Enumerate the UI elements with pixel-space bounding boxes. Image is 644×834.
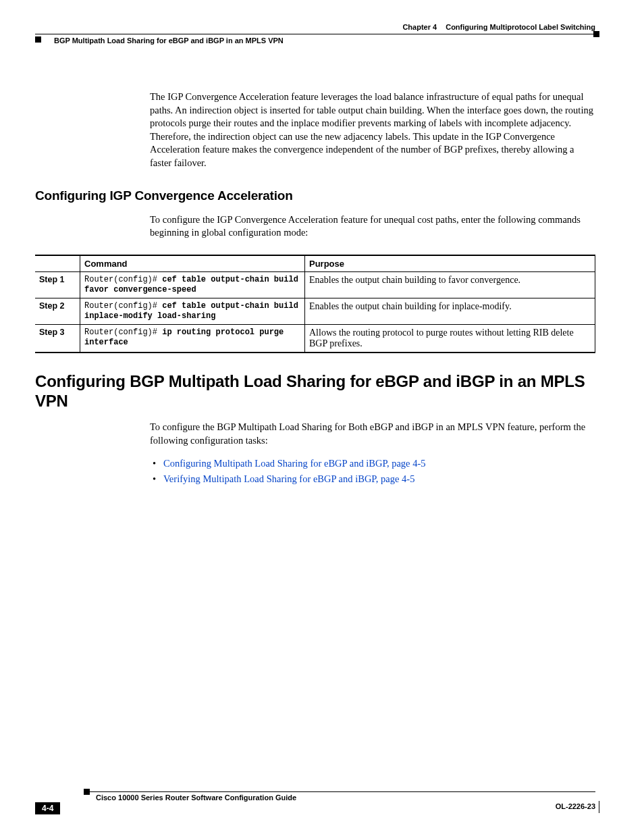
section1-lead: To configure the IGP Convergence Acceler…	[150, 213, 595, 240]
table-row: Step 1 Router(config)# cef table output-…	[35, 272, 595, 298]
footer-book-title: Cisco 10000 Series Router Software Confi…	[96, 793, 595, 802]
page: Chapter 4 Configuring Multiprotocol Labe…	[0, 0, 644, 834]
footer-rule-square	[84, 789, 90, 795]
table-row: Step 3 Router(config)# ip routing protoc…	[35, 325, 595, 353]
header-left-square	[35, 36, 41, 43]
table-row: Step 2 Router(config)# cef table output-…	[35, 298, 595, 325]
xref-link[interactable]: Configuring Multipath Load Sharing for e…	[163, 458, 426, 469]
running-header: Chapter 4 Configuring Multiprotocol Labe…	[35, 23, 595, 50]
header-rule-square	[593, 31, 599, 37]
prompt: Router(config)#	[84, 328, 162, 337]
table-header-purpose: Purpose	[305, 255, 595, 272]
command-cell: Router(config)# cef table output-chain b…	[80, 272, 305, 298]
header-rule	[35, 34, 595, 34]
heading-configuring-igp: Configuring IGP Convergence Acceleration	[35, 188, 595, 203]
section2-lead: To configure the BGP Multipath Load Shar…	[150, 421, 595, 447]
chapter-title: Configuring Multiprotocol Label Switchin…	[446, 23, 595, 31]
header-section-title: BGP Multipath Load Sharing for eBGP and …	[54, 36, 284, 45]
chapter-label: Chapter 4	[402, 23, 437, 31]
step-label: Step 2	[35, 298, 80, 325]
command-cell: Router(config)# ip routing protocol purg…	[80, 325, 305, 353]
table-header-row: Command Purpose	[35, 255, 595, 272]
command-cell: Router(config)# cef table output-chain b…	[80, 298, 305, 325]
list-item: Verifying Multipath Load Sharing for eBG…	[150, 473, 595, 486]
xref-link[interactable]: Verifying Multipath Load Sharing for eBG…	[163, 473, 414, 484]
purpose-cell: Allows the routing protocol to purge rou…	[305, 325, 595, 353]
bullet-list: Configuring Multipath Load Sharing for e…	[150, 457, 595, 486]
prompt: Router(config)#	[84, 301, 162, 311]
table-header-blank	[35, 255, 80, 272]
prompt: Router(config)#	[84, 275, 162, 284]
footer-rule	[89, 791, 595, 792]
doc-id: OL-2226-23	[556, 802, 595, 810]
doc-id-rule	[593, 801, 599, 813]
step-label: Step 3	[35, 325, 80, 353]
header-right: Chapter 4 Configuring Multiprotocol Labe…	[402, 23, 595, 31]
body: The IGP Convergence Acceleration feature…	[35, 90, 595, 486]
purpose-cell: Enables the output chain building to fav…	[305, 272, 595, 298]
purpose-cell: Enables the output chain building for in…	[305, 298, 595, 325]
table-header-command: Command	[80, 255, 305, 272]
intro-paragraph: The IGP Convergence Acceleration feature…	[150, 90, 595, 170]
list-item: Configuring Multipath Load Sharing for e…	[150, 457, 595, 471]
footer: Cisco 10000 Series Router Software Confi…	[35, 791, 595, 802]
page-number: 4-4	[35, 802, 60, 814]
step-label: Step 1	[35, 272, 80, 298]
command-table: Command Purpose Step 1 Router(config)# c…	[35, 255, 595, 353]
heading-configuring-bgp-multipath: Configuring BGP Multipath Load Sharing f…	[35, 372, 595, 411]
